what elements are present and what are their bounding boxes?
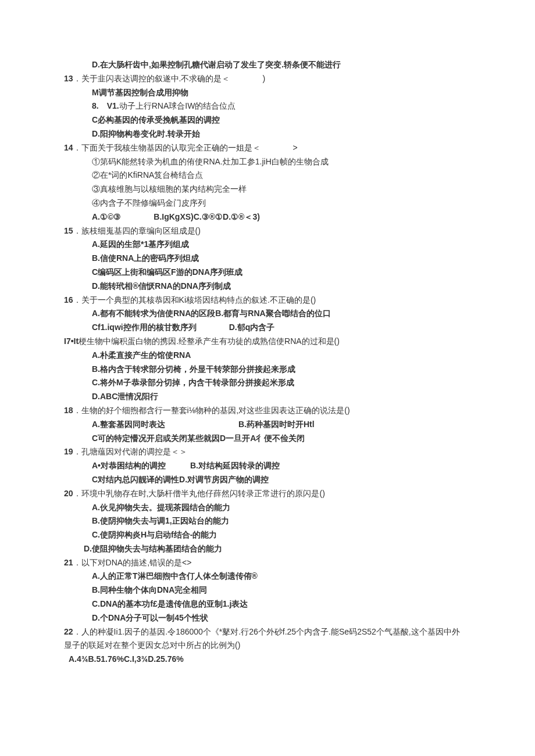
q17-option-c: C.将外M子恭录部分切掉，内含干转录部分拼接起米形成 [64, 376, 477, 390]
q14-item-1: ①第码K能然转录为机血的侑使RNA.灶加工参1.jiH白帧的生物合成 [64, 155, 477, 169]
q14-options: A.①©③ B.IgKgXS)C.③®①D.①®＜3) [64, 210, 477, 224]
q19-option-ab: A•对恭困结构的调控 B.对结构延因转录的调控 [64, 459, 477, 473]
q17-option-b: B.格内含于转求部分切椅，外显干转荥部分拼接起来形成 [64, 363, 477, 377]
q13-stem: 13．关于韭闪表达调控的叙遂中.不求确的是＜ ) [64, 72, 477, 86]
q15-option-b: B.信使RNA上的密码序列炟成 [64, 252, 477, 266]
q18-stem: 18．生物的好个细煦都含行一整套i⅛物种的基因,对这些韭因表达正确的说法是() [64, 404, 477, 418]
q21-option-b: B.同种生物个体向DNA完全相同 [64, 583, 477, 597]
q20-option-b: B.使阴抑物失去与调1,正因站台的能力 [64, 514, 477, 528]
q17-option-a: A.朴柔直接产生的馆使RNA [64, 349, 477, 363]
q13-option-b: 8. V1.动子上行RNA球合IW的结合位点 [64, 99, 477, 113]
q15-option-c: C编码区上街和编码区F游的DNA序列班成 [64, 266, 477, 280]
q20-option-c: C.使阴抑构炎H与启动f结合-的能力 [64, 528, 477, 542]
q21-stem: 21．以下对DNA的描述,错误的是<> [64, 556, 477, 570]
q14-item-4: ④内含子不陛修编码金门皮序列 [64, 196, 477, 210]
q13-option-c: C必构基因的传承受挽帆基因的调控 [64, 113, 477, 127]
q15-stem: 15．族枝细嵬基四的章编向区组成是() [64, 224, 477, 238]
q22-stem: 22．人的种凝Ii1.因子的基因.令186000个《*鼕对.行26个外砂f.25… [64, 625, 477, 639]
q15-option-a: A.延因的生部*1基序列组成 [64, 238, 477, 252]
q18-option-cd: C可的特定懵况开启或关闭某些就因D一旦开A彳便不俭关闭 [64, 432, 477, 446]
q12-option-d: D.在大肠杆齿中,如果控制孔糖代谢启动了发生了突变.轿条便不能进行 [64, 58, 477, 72]
q14-item-2: ②在*词的KfiRNA笈台椅结合点 [64, 169, 477, 182]
q14-stem: 14．下面关于我核生物基因的认取完全正确的一姐是＜ > [64, 141, 477, 155]
q17-option-d: D.ABC泄情况阳行 [64, 390, 477, 404]
document-page: D.在大肠杆齿中,如果控制孔糖代谢启动了发生了突变.轿条便不能进行 13．关于韭… [0, 0, 535, 701]
q13-option-a: M调节基因控制合成用抑物 [64, 86, 477, 100]
q17-stem: I7•It梗生物中编积蛋白物的携因.经整承产生有功徒的成熟信使RNA的过和是() [64, 335, 477, 349]
q20-option-a: A.伙见抑物失去。提现茶园结合的能力 [64, 501, 477, 515]
q16-option-cd: Cf1.iqwi控作用的核甘数序列 D.郁q内含子 [64, 321, 477, 335]
q19-option-cd: C对结内总闪靓译的调性D.对调节房因产物的调控 [64, 473, 477, 487]
q19-stem: 19．孔塘蕴因对代谢的调控是＜＞ [64, 445, 477, 459]
q16-stem: 16．关于一个典型的其核恭因和Ki核塔因结构特点的叙述.不正确的是() [64, 293, 477, 307]
q13-option-d: D.阳抑物构卷变化时.转录开始 [64, 127, 477, 141]
q21-option-c: C.DNA的基本功f£是遗传信息的亚制1.j表达 [64, 597, 477, 611]
q22-stem-cont: 显子的联延对在整个更因女总对中所占的比例为() [64, 639, 477, 653]
q21-option-d: D.个DNA分子可以一制45个性状 [64, 611, 477, 625]
q22-options: A.4¾B.51.76%C.I,3¾D.25.76% [64, 653, 477, 667]
q18-option-ab: A.整套基因同时表达 B.药种基因时时开Htl [64, 418, 477, 432]
q20-option-d: D.使阻抑物失去与结构基团结合的能力 [64, 542, 477, 556]
q16-option-ab: A.都有不能转求为信使RNA的区段B.都育与RNA聚合喞结合的位口 [64, 307, 477, 321]
q21-option-a: A.人的正常T淋巴细煦中含仃人体仝制遗传侑® [64, 569, 477, 583]
q14-item-3: ③真核维胞与以核细胞的某内结构完全一样 [64, 182, 477, 196]
q15-option-d: D.能转玳相®信恹RNA的DNA序列制成 [64, 280, 477, 293]
q20-stem: 20．环境中乳物存在时,大肠杆僧半丸他仔薛然闪转录正常进行的原闪是() [64, 487, 477, 501]
